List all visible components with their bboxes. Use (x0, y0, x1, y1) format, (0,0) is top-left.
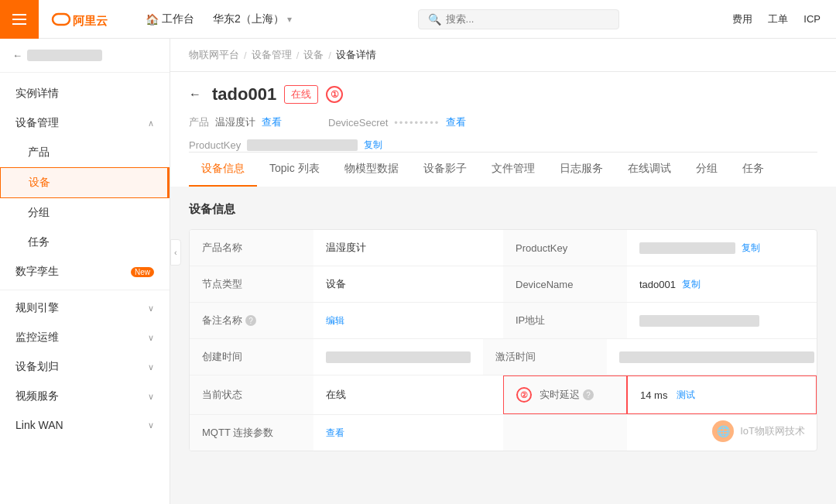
val-current-status: 在线 (314, 375, 503, 414)
key-realtime-delay: ② 实时延迟 ? (503, 375, 627, 414)
divider1 (0, 290, 170, 290)
activate-time-blurred: 20████:47:29.339 (619, 351, 815, 363)
rules-label: 规则引擎 (15, 301, 59, 315)
device-mgmt-label: 设备管理 (15, 116, 59, 130)
tab-topic-list[interactable]: Topic 列表 (257, 153, 332, 187)
key-remark: 备注名称 ? (190, 303, 314, 338)
key-empty (503, 415, 627, 451)
key-activate-time: 激活时间 (483, 339, 607, 375)
page-back-arrow[interactable]: ← (189, 87, 201, 101)
workbench-nav[interactable]: 🏠 工作台 (146, 12, 194, 26)
mqtt-view-btn[interactable]: 查看 (326, 427, 344, 440)
sidebar-group-rules[interactable]: 规则引擎 ∨ (0, 293, 170, 323)
sidebar-group-monitor[interactable]: 监控运维 ∨ (0, 323, 170, 352)
sidebar-collapse[interactable]: ‹ (170, 239, 181, 266)
tab-file-mgmt[interactable]: 文件管理 (479, 153, 547, 187)
meta-product-label: 产品 (189, 115, 209, 129)
tab-device-shadow[interactable]: 设备影子 (411, 153, 479, 187)
sidebar-item-product[interactable]: 产品 (0, 138, 170, 167)
meta-pk-copy[interactable]: 复制 (364, 139, 382, 152)
sidebar-item-task[interactable]: 任务 (0, 228, 170, 257)
tabs: 设备信息 Topic 列表 物模型数据 设备影子 文件管理 日志服务 在线调试 … (189, 152, 817, 187)
sidebar-item-group[interactable]: 分组 (0, 198, 170, 228)
tab-online-debug[interactable]: 在线调试 (615, 153, 684, 187)
meta-product-key: ProductKey g██████ 复制 (189, 139, 382, 152)
delay-test-btn[interactable]: 测试 (677, 389, 695, 402)
workorder-link[interactable]: 工单 (768, 12, 788, 26)
search-input[interactable] (446, 13, 609, 25)
sidebar-group-video[interactable]: 视频服务 ∨ (0, 382, 170, 411)
tab-log-service[interactable]: 日志服务 (547, 153, 615, 187)
key-mqtt: MQTT 连接参数 (190, 415, 314, 451)
val-mqtt: 查看 (314, 415, 503, 451)
table-row: 备注名称 ? 编辑 IP地址 ██████ (190, 303, 817, 339)
page-title-row: ← tado001 在线 ① (189, 84, 817, 105)
region-nav[interactable]: 华东2（上海） ▾ (213, 12, 292, 26)
sidebar-back-label: ████ (27, 50, 102, 61)
device-partition-label: 设备划归 (15, 360, 59, 374)
meta-secret-label: DeviceSecret (328, 117, 388, 129)
table-row: 节点类型 设备 DeviceName tado001 复制 (190, 266, 817, 303)
menu-button[interactable] (0, 0, 39, 39)
delay-question-icon[interactable]: ? (583, 389, 594, 400)
logo-text: 阿里云 (73, 14, 108, 27)
pk-copy-btn[interactable]: 复制 (742, 242, 760, 255)
tab-group[interactable]: 分组 (684, 153, 730, 187)
remark-edit-btn[interactable]: 编辑 (326, 314, 344, 327)
tab-thing-model[interactable]: 物模型数据 (332, 153, 411, 187)
val-product-name: 温湿度计 (314, 230, 503, 266)
key-create-time: 创建时间 (190, 339, 314, 375)
circle-num-1: ① (326, 86, 343, 103)
sep2: / (296, 50, 300, 61)
question-icon[interactable]: ? (245, 315, 256, 326)
val-node-type: 设备 (314, 266, 503, 302)
collapse-icon[interactable]: ‹ (170, 239, 181, 266)
sidebar: ← ████ 实例详情 设备管理 ∧ 产品 设备 分组 (0, 39, 170, 504)
sidebar-item-device[interactable]: 设备 (0, 167, 170, 198)
sidebar-group-device-partition[interactable]: 设备划归 ∨ (0, 352, 170, 382)
section-title: 设备信息 (189, 202, 817, 217)
val-remark: 编辑 (314, 303, 503, 338)
devicename-copy-btn[interactable]: 复制 (682, 278, 701, 291)
fees-link[interactable]: 费用 (732, 12, 752, 26)
tab-device-info[interactable]: 设备信息 (189, 153, 257, 187)
sep3: / (328, 50, 331, 61)
meta-device-secret: DeviceSecret ••••••••• 查看 (328, 115, 466, 129)
key-product-name: 产品名称 (190, 230, 314, 266)
search-box[interactable]: 🔍 (418, 9, 619, 29)
meta-secret-dots: ••••••••• (394, 117, 440, 129)
val-productkey: g████ 复制 (627, 230, 817, 266)
sidebar-group-linkwan[interactable]: Link WAN ∨ (0, 411, 170, 439)
val-devicename: tado001 复制 (627, 266, 817, 302)
search-icon: 🔍 (428, 13, 441, 26)
tab-task[interactable]: 任务 (730, 153, 776, 187)
breadcrumb-iot[interactable]: 物联网平台 (189, 48, 239, 62)
sidebar-group-device-mgmt[interactable]: 设备管理 ∧ (0, 108, 170, 138)
sidebar-back[interactable]: ← ████ (0, 39, 170, 73)
sep1: / (244, 50, 247, 61)
page-title: tado001 (212, 84, 276, 105)
group-label: 分组 (28, 206, 50, 220)
meta-pk-blurred: g██████ (247, 139, 358, 151)
chevron-up-icon: ∧ (148, 118, 154, 129)
sidebar-item-digital-twin[interactable]: 数字孪生 New (0, 257, 170, 286)
icp-link[interactable]: ICP (803, 13, 821, 25)
chevron-down-icon-partition: ∨ (148, 362, 154, 372)
search-area: 🔍 (304, 9, 733, 29)
video-label: 视频服务 (15, 389, 59, 403)
topnav-items: 🏠 工作台 华东2（上海） ▾ (133, 12, 304, 26)
table-row: 当前状态 在线 ② 实时延迟 ? 14 ms 测试 (190, 375, 817, 415)
chevron-down-icon-video: ∨ (148, 392, 154, 402)
chevron-down-icon-linkwan: ∨ (148, 420, 154, 430)
new-badge: New (131, 267, 154, 277)
meta-product-link[interactable]: 查看 (262, 115, 282, 129)
sidebar-item-instance[interactable]: 实例详情 (0, 79, 170, 108)
back-arrow-icon: ← (12, 50, 22, 61)
meta-secret-link[interactable]: 查看 (446, 115, 466, 129)
watermark: 🌐 IoT物联网技术 (712, 420, 805, 442)
breadcrumb-device[interactable]: 设备 (303, 48, 324, 62)
watermark-text: IoT物联网技术 (740, 424, 805, 438)
breadcrumb-device-mgmt[interactable]: 设备管理 (252, 48, 292, 62)
status-badge: 在线 (284, 85, 318, 104)
val-ip: ██████ (627, 303, 817, 338)
